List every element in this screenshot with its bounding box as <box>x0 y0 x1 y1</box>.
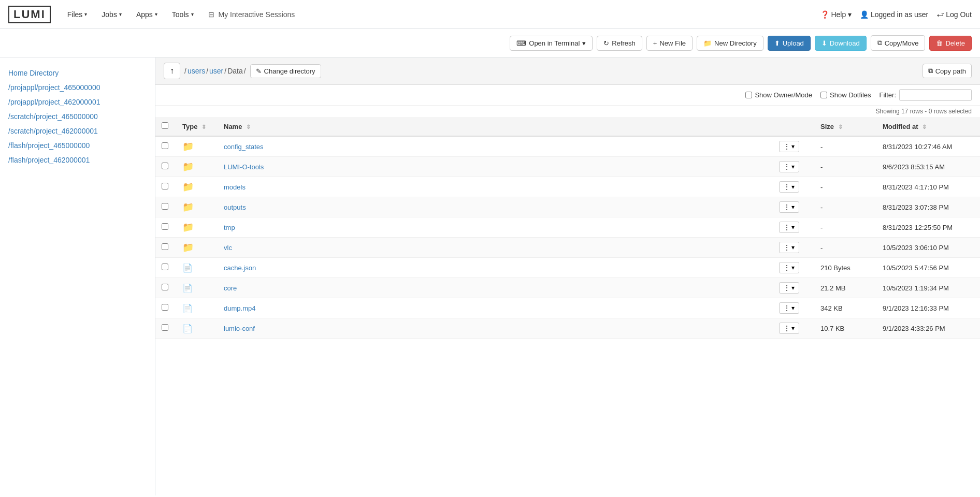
show-owner-mode-checkbox[interactable] <box>745 92 752 98</box>
row-action-button-2[interactable]: ⋮ ▾ <box>779 181 799 193</box>
row-checkbox-7[interactable] <box>162 284 168 290</box>
table-row: 📁 outputs ⋮ ▾ - 8/31/2023 3:07:38 PM <box>155 197 980 217</box>
change-directory-button[interactable]: ✎ Change directory <box>250 64 321 78</box>
new-directory-button[interactable]: 📁 New Directory <box>697 36 763 51</box>
table-row: 📄 lumio-conf ⋮ ▾ 10.7 KB 9/1/2023 4:33:2… <box>155 318 980 339</box>
cell-name: outputs <box>218 197 773 217</box>
cell-name: tmp <box>218 217 773 238</box>
delete-label: Delete <box>945 39 965 47</box>
select-all-checkbox[interactable] <box>162 122 168 129</box>
nav-tools[interactable]: Tools ▾ <box>166 6 200 23</box>
open-terminal-button[interactable]: ⌨ Open in Terminal ▾ <box>510 36 593 51</box>
brand-logo[interactable]: LUMI <box>8 6 51 23</box>
sidebar-item-scratch-465[interactable]: /scratch/project_465000000 <box>0 109 155 124</box>
refresh-button[interactable]: ↻ Refresh <box>597 36 642 51</box>
cell-name: models <box>218 177 773 197</box>
row-checkbox-6[interactable] <box>162 264 168 270</box>
row-checkbox-8[interactable] <box>162 304 168 311</box>
file-link-9[interactable]: lumio-conf <box>224 325 255 332</box>
path-segment-users[interactable]: users <box>188 67 205 75</box>
nav-jobs[interactable]: Jobs ▾ <box>95 6 128 23</box>
col-header-size[interactable]: Size ⇕ <box>814 117 876 136</box>
row-action-button-3[interactable]: ⋮ ▾ <box>779 201 799 213</box>
cell-modified: 9/6/2023 8:53:15 AM <box>876 157 980 177</box>
nav-apps[interactable]: Apps ▾ <box>130 6 164 23</box>
row-checkbox-3[interactable] <box>162 203 168 210</box>
row-checkbox-0[interactable] <box>162 142 168 149</box>
col-size-label: Size <box>820 123 834 130</box>
nav-tools-label: Tools <box>172 10 189 19</box>
row-action-button-1[interactable]: ⋮ ▾ <box>779 161 799 172</box>
show-owner-mode-label[interactable]: Show Owner/Mode <box>745 91 812 99</box>
file-link-7[interactable]: core <box>224 284 237 292</box>
user-label: Logged in as user <box>871 10 928 19</box>
col-header-check[interactable] <box>155 117 176 136</box>
file-link-5[interactable]: vlc <box>224 244 232 252</box>
action-caret: ▾ <box>791 143 795 150</box>
col-header-modified[interactable]: Modified at ⇕ <box>876 117 980 136</box>
help-caret: ▾ <box>848 10 852 19</box>
action-caret: ▾ <box>791 244 795 251</box>
delete-button[interactable]: 🗑 Delete <box>929 36 972 51</box>
file-link-6[interactable]: cache.json <box>224 264 256 272</box>
file-link-3[interactable]: outputs <box>224 203 246 211</box>
user-info[interactable]: 👤 Logged in as user <box>860 10 928 19</box>
col-header-type[interactable]: Type ⇕ <box>176 117 218 136</box>
sidebar-item-flash-465[interactable]: /flash/project_465000000 <box>0 138 155 153</box>
sidebar-item-projappl-465[interactable]: /projappl/project_465000000 <box>0 80 155 95</box>
row-checkbox-5[interactable] <box>162 243 168 250</box>
path-segment-user[interactable]: user <box>209 67 223 75</box>
cell-modified: 10/5/2023 5:47:56 PM <box>876 258 980 278</box>
row-action-button-7[interactable]: ⋮ ▾ <box>779 282 799 294</box>
up-arrow-icon: ↑ <box>170 66 174 76</box>
sidebar-item-flash-462[interactable]: /flash/project_462000001 <box>0 153 155 167</box>
row-checkbox-9[interactable] <box>162 324 168 331</box>
row-action-button-9[interactable]: ⋮ ▾ <box>779 323 799 334</box>
content: ↑ / users / user / Data / ✎ Change direc… <box>155 57 980 495</box>
new-file-button[interactable]: + New File <box>646 36 693 51</box>
table-row: 📄 dump.mp4 ⋮ ▾ 342 KB 9/1/2023 12:16:33 … <box>155 298 980 318</box>
cell-size: - <box>814 157 876 177</box>
logout-icon: ⮐ <box>936 10 944 19</box>
download-button[interactable]: ⬇ Download <box>815 36 867 51</box>
new-directory-icon: 📁 <box>703 39 712 47</box>
logout-button[interactable]: ⮐ Log Out <box>936 10 972 19</box>
path-up-button[interactable]: ↑ <box>164 63 180 79</box>
nav-files[interactable]: Files ▾ <box>61 6 94 23</box>
copy-move-button[interactable]: ⧉ Copy/Move <box>871 35 926 51</box>
sidebar-item-scratch-462[interactable]: /scratch/project_462000001 <box>0 124 155 138</box>
col-header-name[interactable]: Name ⇕ <box>218 117 773 136</box>
nav-sessions-label: My Interactive Sessions <box>219 10 295 19</box>
row-action-button-6[interactable]: ⋮ ▾ <box>779 262 799 273</box>
path-bar: ↑ / users / user / Data / ✎ Change direc… <box>155 57 980 85</box>
row-checkbox-4[interactable] <box>162 223 168 230</box>
row-action-button-0[interactable]: ⋮ ▾ <box>779 141 799 152</box>
nav-tools-caret: ▾ <box>191 11 194 17</box>
nav-sessions[interactable]: My Interactive Sessions <box>202 6 301 23</box>
copy-path-button[interactable]: ⧉ Copy path <box>923 64 972 78</box>
upload-button[interactable]: ⬆ Upload <box>768 36 811 51</box>
show-dotfiles-checkbox[interactable] <box>820 92 827 98</box>
filter-input[interactable] <box>899 89 972 101</box>
row-checkbox-1[interactable] <box>162 163 168 169</box>
main-layout: Home Directory /projappl/project_4650000… <box>0 57 980 495</box>
row-checkbox-2[interactable] <box>162 183 168 189</box>
file-link-1[interactable]: LUMI-O-tools <box>224 163 264 171</box>
sidebar-item-projappl-462[interactable]: /projappl/project_462000001 <box>0 95 155 109</box>
file-link-0[interactable]: config_states <box>224 143 264 151</box>
file-link-8[interactable]: dump.mp4 <box>224 304 255 312</box>
action-caret: ▾ <box>791 325 795 332</box>
row-action-button-5[interactable]: ⋮ ▾ <box>779 242 799 253</box>
file-link-4[interactable]: tmp <box>224 224 235 231</box>
row-action-button-8[interactable]: ⋮ ▾ <box>779 302 799 314</box>
path-sep-1: / <box>206 67 208 75</box>
row-action-button-4[interactable]: ⋮ ▾ <box>779 222 799 233</box>
file-link-2[interactable]: models <box>224 183 246 191</box>
table-row: 📁 models ⋮ ▾ - 8/31/2023 4:17:10 PM <box>155 177 980 197</box>
sidebar-home[interactable]: Home Directory <box>0 66 155 80</box>
terminal-icon: ⌨ <box>516 39 526 47</box>
cell-name: lumio-conf <box>218 318 773 339</box>
show-dotfiles-label[interactable]: Show Dotfiles <box>820 91 871 99</box>
help-button[interactable]: ❓ Help ▾ <box>820 10 852 19</box>
cell-type: 📁 <box>176 136 218 157</box>
